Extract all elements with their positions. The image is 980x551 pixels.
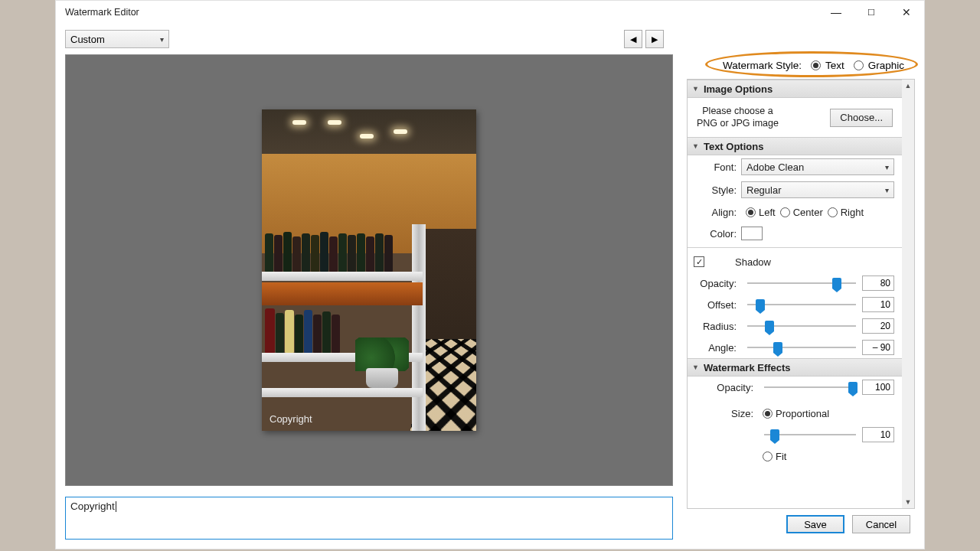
shadow-offset-input[interactable] [862,297,894,312]
close-button[interactable]: ✕ [889,1,924,24]
next-image-button[interactable]: ▶ [645,30,664,48]
align-center-radio[interactable] [780,207,790,217]
window-controls: — ☐ ✕ [818,1,924,24]
color-swatch[interactable] [741,227,763,240]
font-style-select[interactable]: Regular▾ [741,181,894,198]
shadow-angle-input[interactable] [862,340,894,355]
image-options-title: Image Options [704,83,773,95]
image-choose-row: Please choose a PNG or JPG image Choose.… [688,98,902,137]
text-options-title: Text Options [704,141,763,152]
preset-value: Custom [70,34,105,45]
shadow-angle-label: Angle: [688,342,741,354]
image-options-header[interactable]: ▼ Image Options [688,80,902,98]
shadow-radius-slider[interactable] [747,319,856,333]
scrollbar[interactable]: ▲ ▼ [902,80,914,508]
watermark-effects-header[interactable]: ▼ Watermark Effects [688,358,902,377]
shadow-offset-slider[interactable] [747,298,856,311]
watermark-text-input[interactable]: Copyright [65,497,673,540]
collapse-icon: ▼ [692,142,699,150]
shadow-angle-slider[interactable] [747,341,856,354]
shadow-label: Shadow [735,256,771,268]
shadow-opacity-slider[interactable] [747,276,856,290]
right-column: Watermark Style: Text Graphic ▲ ▼ ▼ [687,54,915,540]
style-graphic-radio[interactable] [854,60,864,70]
dialog-footer: Save Cancel [687,509,915,540]
options-panel: ▲ ▼ ▼ Image Options Please choose a PN [687,79,915,509]
font-label: Font: [688,161,741,173]
shadow-opacity-label: Opacity: [688,278,741,289]
font-select[interactable]: Adobe Clean▾ [741,158,894,175]
size-label: Size: [688,408,758,419]
watermark-overlay-text: Copyright [270,413,312,425]
text-options-header[interactable]: ▼ Text Options [688,137,902,155]
left-column: Copyright Copyright [65,54,673,540]
watermark-text-value: Copyright [70,500,115,512]
shadow-checkbox[interactable]: ✓ [694,256,704,267]
shadow-radius-input[interactable] [862,318,894,334]
wm-opacity-slider[interactable] [764,380,856,394]
content: Custom ▾ ◀ ▶ [56,24,924,549]
style-graphic-label: Graphic [868,60,904,71]
chevron-down-icon: ▾ [885,186,889,194]
prev-image-button[interactable]: ◀ [624,30,642,48]
watermark-style-row: Watermark Style: Text Graphic [687,54,915,76]
size-slider[interactable] [764,428,856,442]
titlebar: Watermark Editor — ☐ ✕ [56,1,924,24]
watermark-editor-window: Watermark Editor — ☐ ✕ Custom ▾ ◀ ▶ [55,0,925,549]
save-button[interactable]: Save [786,515,844,533]
chevron-down-icon: ▾ [160,35,164,44]
align-left-radio[interactable] [746,207,756,217]
align-label: Align: [688,207,741,218]
watermark-style-label: Watermark Style: [723,60,802,71]
style-label: Style: [688,184,741,196]
preview-nav: ◀ ▶ [624,30,664,48]
style-text-label: Text [825,60,844,71]
top-row: Custom ▾ ◀ ▶ [65,30,915,48]
shadow-opacity-input[interactable] [862,276,894,291]
preview-image: Copyright [262,109,476,431]
window-title: Watermark Editor [65,7,139,18]
image-hint: Please choose a PNG or JPG image [697,106,779,129]
watermark-effects-title: Watermark Effects [704,362,791,373]
minimize-button[interactable]: — [818,1,854,24]
size-fit-radio[interactable] [763,452,773,461]
align-right-radio[interactable] [828,207,838,217]
collapse-icon: ▼ [692,364,699,371]
color-label: Color: [688,228,741,240]
panel-body: ▼ Image Options Please choose a PNG or J… [688,80,902,508]
main-row: Copyright Copyright Watermark Style: Tex… [65,54,915,540]
preview-area: Copyright [65,54,673,486]
cancel-button[interactable]: Cancel [852,515,910,533]
size-input[interactable] [862,427,894,442]
preset-dropdown[interactable]: Custom ▾ [65,30,169,48]
shadow-radius-label: Radius: [688,321,741,332]
choose-image-button[interactable]: Choose... [830,109,893,127]
chevron-down-icon: ▾ [885,163,889,171]
scroll-up-icon[interactable]: ▲ [902,80,914,92]
maximize-button[interactable]: ☐ [854,1,889,24]
size-proportional-radio[interactable] [763,409,773,419]
collapse-icon: ▼ [692,85,699,93]
scroll-down-icon[interactable]: ▼ [902,496,914,508]
shadow-offset-label: Offset: [688,299,741,311]
style-text-radio[interactable] [811,60,821,70]
wm-opacity-label: Opacity: [688,382,758,393]
wm-opacity-input[interactable] [862,380,894,395]
